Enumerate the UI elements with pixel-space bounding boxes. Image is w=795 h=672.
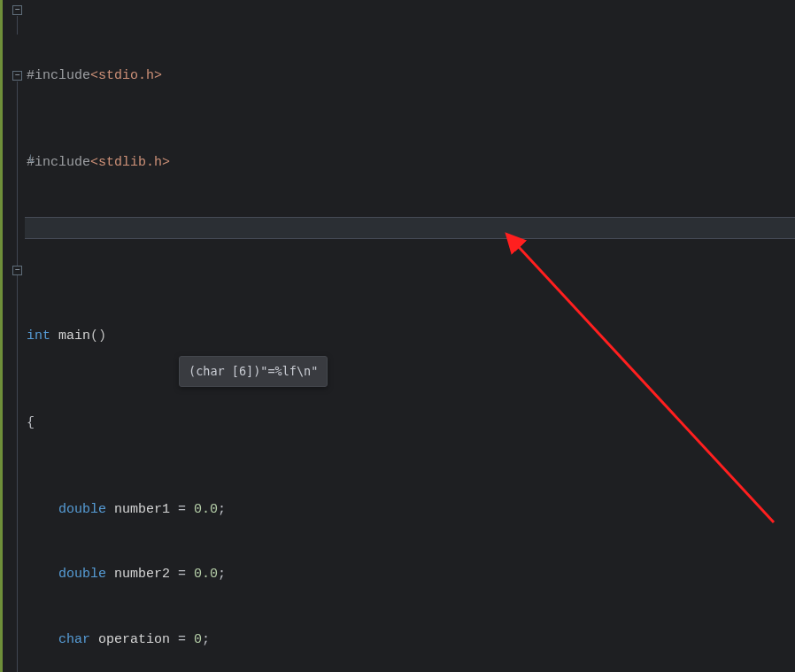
semicolon: ; <box>218 567 226 582</box>
code-editor[interactable]: #include<stdio.h> └#include<stdlib.h> in… <box>0 0 795 672</box>
number-literal: 0 <box>194 632 202 647</box>
semicolon: ; <box>218 502 226 517</box>
function-name: main <box>58 328 90 344</box>
fold-toggle-icon[interactable] <box>12 266 22 275</box>
code-area[interactable]: #include<stdio.h> └#include<stdlib.h> in… <box>25 0 795 672</box>
gutter <box>0 0 25 672</box>
semicolon: ; <box>202 632 210 647</box>
identifier: number1 <box>114 502 170 517</box>
type-hint-tooltip: (char [6])"=%lf\n" <box>179 356 328 387</box>
number-literal: 0.0 <box>194 567 218 582</box>
preprocessor-directive: #include <box>27 155 90 170</box>
identifier: number2 <box>114 567 170 582</box>
keyword-char: char <box>58 632 90 647</box>
fold-toggle-icon[interactable] <box>12 71 22 81</box>
number-literal: 0.0 <box>194 502 218 517</box>
keyword-int: int <box>27 328 50 344</box>
vcs-change-bar <box>0 0 3 672</box>
parens: () <box>90 328 106 344</box>
fold-toggle-icon[interactable] <box>12 5 22 15</box>
assign-op: = <box>170 567 194 582</box>
assign-op: = <box>170 502 194 517</box>
include-path: <stdio.h> <box>90 68 162 83</box>
identifier: operation <box>98 632 170 647</box>
keyword-double: double <box>58 502 106 517</box>
assign-op: = <box>170 632 194 647</box>
preprocessor-directive: #include <box>27 68 90 83</box>
open-brace: { <box>27 415 35 430</box>
keyword-double: double <box>58 567 106 582</box>
include-path: <stdlib.h> <box>90 155 170 170</box>
